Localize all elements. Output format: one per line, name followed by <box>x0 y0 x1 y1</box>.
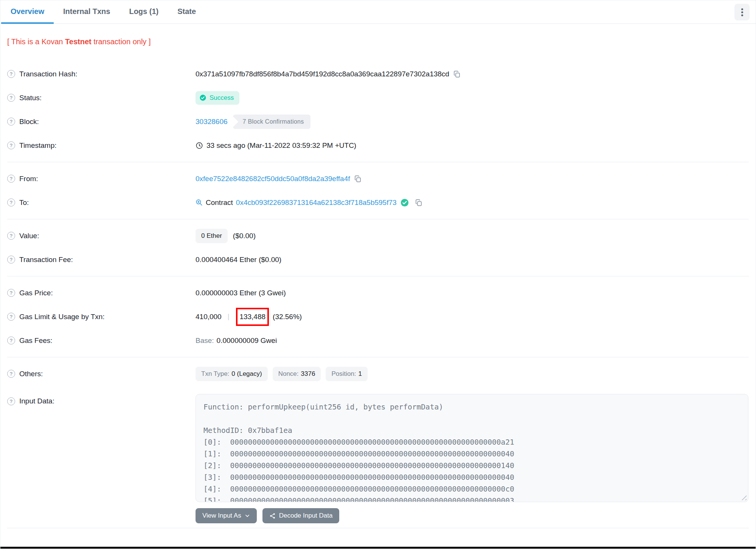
chevron-down-icon <box>245 513 250 518</box>
to-label: To: <box>19 199 29 207</box>
row-transaction-hash: ? Transaction Hash: 0x371a51097fb78df856… <box>7 62 749 86</box>
copy-icon[interactable] <box>453 70 461 78</box>
row-gas-price: ? Gas Price: 0.000000003 Ether (3 Gwei) <box>7 281 749 305</box>
help-icon[interactable]: ? <box>7 313 15 321</box>
row-value: ? Value: 0 Ether ($0.00) <box>7 224 749 248</box>
nonce-label: Nonce: <box>278 370 299 378</box>
section-summary: ? Transaction Hash: 0x371a51097fb78df856… <box>7 57 749 162</box>
status-badge-text: Success <box>210 94 234 102</box>
row-status: ? Status: Success <box>7 86 749 110</box>
transaction-fee-value: 0.000400464 Ether ($0.00) <box>196 256 281 264</box>
resize-handle-icon[interactable] <box>741 495 747 500</box>
kebab-icon <box>741 11 743 13</box>
decode-input-data-label: Decode Input Data <box>279 512 333 520</box>
row-to: ? To: Contract 0x4cb093f226983713164a621… <box>7 191 749 214</box>
section-gas: ? Gas Price: 0.000000003 Ether (3 Gwei) … <box>7 276 749 357</box>
gas-separator: | <box>228 313 230 321</box>
section-addresses: ? From: 0xfee7522e8482682cf50ddc50a0f8da… <box>7 162 749 219</box>
notice-suffix: transaction only ] <box>92 37 151 46</box>
gas-limit-usage-label: Gas Limit & Usage by Txn: <box>19 313 105 321</box>
row-gas-fees: ? Gas Fees: Base: 0.000000009 Gwei <box>7 329 749 352</box>
help-icon[interactable]: ? <box>7 337 15 344</box>
value-label: Value: <box>19 232 39 240</box>
decode-input-data-button[interactable]: Decode Input Data <box>262 508 340 523</box>
input-data-text: Function: performUpkeep(uint256 id, byte… <box>203 401 740 502</box>
transaction-hash-value: 0x371a51097fb78df856f8b4a7bd459f192d8cc8… <box>196 70 449 78</box>
to-address-link[interactable]: 0x4cb093f226983713164a62138c3f718a5b595f… <box>236 199 397 207</box>
view-input-as-label: View Input As <box>202 512 241 520</box>
bottom-edge-bar <box>0 547 756 549</box>
others-label: Others: <box>19 370 43 378</box>
position-value: 1 <box>359 370 362 378</box>
row-input-data: ? Input Data: Function: performUpkeep(ui… <box>7 386 749 502</box>
gas-fees-base-value: 0.000000009 Gwei <box>217 337 277 345</box>
nonce-value: 3376 <box>301 370 315 378</box>
from-label: From: <box>19 175 38 183</box>
position-label: Position: <box>331 370 356 378</box>
timestamp-label: Timestamp: <box>19 141 57 150</box>
input-data-label: Input Data: <box>19 397 54 405</box>
help-icon[interactable]: ? <box>7 141 15 149</box>
notice-prefix: [ This is a Kovan <box>7 37 65 46</box>
help-icon[interactable]: ? <box>7 256 15 264</box>
section-value: ? Value: 0 Ether ($0.00) ? Transaction F… <box>7 219 749 276</box>
more-options-button[interactable] <box>734 4 750 20</box>
testnet-notice: [ This is a Kovan Testnet transaction on… <box>0 24 756 57</box>
view-input-as-button[interactable]: View Input As <box>196 508 257 523</box>
gas-fees-label: Gas Fees: <box>19 337 53 345</box>
nonce-badge: Nonce: 3376 <box>273 367 321 381</box>
help-icon[interactable]: ? <box>7 118 15 126</box>
to-contract-word: Contract <box>206 199 233 207</box>
overview-content: ? Transaction Hash: 0x371a51097fb78df856… <box>0 57 756 528</box>
row-others: ? Others: Txn Type: 0 (Legacy) Nonce: 33… <box>7 362 749 386</box>
status-badge: Success <box>196 91 239 105</box>
txn-type-badge: Txn Type: 0 (Legacy) <box>196 367 268 381</box>
magnifier-plus-icon[interactable] <box>196 199 203 206</box>
help-icon[interactable]: ? <box>7 397 15 405</box>
tab-bar: Overview Internal Txns Logs (1) State <box>0 0 756 24</box>
section-others-input: ? Others: Txn Type: 0 (Legacy) Nonce: 33… <box>7 357 749 528</box>
tab-overview[interactable]: Overview <box>1 0 54 24</box>
help-icon[interactable]: ? <box>7 175 15 183</box>
tab-internal-txns[interactable]: Internal Txns <box>54 0 120 24</box>
txn-type-label: Txn Type: <box>201 370 229 378</box>
decode-icon <box>269 513 276 519</box>
transaction-overview-page: Overview Internal Txns Logs (1) State [ … <box>0 0 756 549</box>
gas-used-value: 133,488 <box>239 313 265 321</box>
help-icon[interactable]: ? <box>7 70 15 78</box>
help-icon[interactable]: ? <box>7 199 15 206</box>
txn-type-value: 0 (Legacy) <box>231 370 262 378</box>
gas-fees-base-label: Base: <box>196 337 214 345</box>
tab-logs[interactable]: Logs (1) <box>120 0 168 24</box>
gas-used-percent: (32.56%) <box>273 313 302 321</box>
timestamp-value: 33 secs ago (Mar-11-2022 03:59:32 PM +UT… <box>206 141 356 150</box>
value-ether-badge: 0 Ether <box>196 229 228 243</box>
clock-icon <box>196 142 203 149</box>
value-usd: ($0.00) <box>233 232 256 240</box>
position-badge: Position: 1 <box>326 367 368 381</box>
transaction-hash-label: Transaction Hash: <box>19 70 77 78</box>
help-icon[interactable]: ? <box>7 232 15 240</box>
gas-limit-value: 410,000 <box>196 313 222 321</box>
row-timestamp: ? Timestamp: 33 secs ago (Mar-11-2022 03… <box>7 133 749 157</box>
row-transaction-fee: ? Transaction Fee: 0.000400464 Ether ($0… <box>7 248 749 271</box>
help-icon[interactable]: ? <box>7 289 15 297</box>
verified-check-icon <box>401 199 409 207</box>
help-icon[interactable]: ? <box>7 94 15 102</box>
gas-price-label: Gas Price: <box>19 289 53 297</box>
highlight-box: 133,488 <box>236 308 269 326</box>
row-from: ? From: 0xfee7522e8482682cf50ddc50a0f8da… <box>7 167 749 191</box>
input-data-textarea[interactable]: Function: performUpkeep(uint256 id, byte… <box>196 394 748 502</box>
block-number-link[interactable]: 30328606 <box>196 118 228 126</box>
row-block: ? Block: 30328606 7 Block Confirmations <box>7 110 749 133</box>
check-circle-icon <box>199 94 206 101</box>
tab-state[interactable]: State <box>168 0 205 24</box>
help-icon[interactable]: ? <box>7 370 15 378</box>
gas-price-value: 0.000000003 Ether (3 Gwei) <box>196 289 286 297</box>
notice-bold: Testnet <box>65 37 92 46</box>
copy-icon[interactable] <box>415 199 422 206</box>
row-gas-limit-usage: ? Gas Limit & Usage by Txn: 410,000 | 13… <box>7 305 749 329</box>
copy-icon[interactable] <box>354 175 362 183</box>
from-address-link[interactable]: 0xfee7522e8482682cf50ddc50a0f8da2a39effa… <box>196 175 350 183</box>
block-confirmations-badge: 7 Block Confirmations <box>233 115 311 129</box>
